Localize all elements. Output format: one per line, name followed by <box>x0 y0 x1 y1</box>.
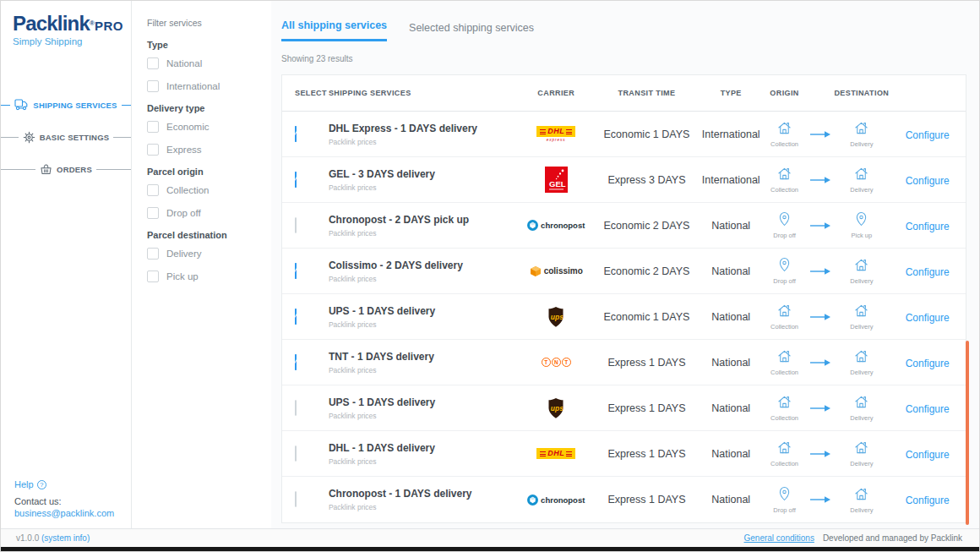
configure-link[interactable]: Configure <box>906 403 950 415</box>
sidebar-item-label: SHIPPING SERVICES <box>33 101 117 110</box>
endpoint-label: Delivery <box>850 414 873 422</box>
configure-link[interactable]: Configure <box>906 221 950 232</box>
filter-checkbox[interactable] <box>147 144 159 156</box>
row-checkbox[interactable] <box>295 445 297 462</box>
help-link[interactable]: Help ? <box>14 479 122 489</box>
service-subtitle: Packlink prices <box>329 275 518 283</box>
ups-logo: ups <box>547 306 565 328</box>
transit-time: Economic 1 DAYS <box>594 311 700 323</box>
arrow-right-icon <box>807 221 835 230</box>
configure-link[interactable]: Configure <box>906 495 950 506</box>
filter-checkbox[interactable] <box>147 184 159 196</box>
sidebar-item-orders[interactable]: ORDERS <box>1 164 131 175</box>
vertical-scrollbar-thumb[interactable] <box>966 341 969 525</box>
transit-time: Economic 2 DAYS <box>594 220 700 232</box>
filter-group-label: Type <box>147 40 263 50</box>
general-conditions-link[interactable]: General conditions <box>744 533 814 543</box>
table-row: GEL - 3 DAYS delivery Packlink prices GE… <box>282 157 966 203</box>
destination-endpoint: Delivery <box>834 303 889 331</box>
carrier-logo: GEL <box>518 167 594 193</box>
house-icon <box>853 303 869 321</box>
filter-option-express[interactable]: Express <box>147 144 263 156</box>
sidebar: Packlink®PRO Simply Shipping SHIPPING SE… <box>1 1 132 530</box>
service-subtitle: Packlink prices <box>329 320 518 329</box>
destination-endpoint: Delivery <box>834 440 889 467</box>
row-checkbox[interactable] <box>295 263 297 279</box>
carrier-logo: DHL <box>518 448 594 459</box>
tab-selected-shipping-services[interactable]: Selected shipping services <box>409 22 534 41</box>
row-checkbox[interactable] <box>295 354 297 370</box>
brand-logo: Packlink®PRO Simply Shipping <box>1 1 131 50</box>
header-transit-time: TRANSIT TIME <box>594 89 700 97</box>
table-row: Chronopost - 1 DAYS delivery Packlink pr… <box>282 477 966 522</box>
filter-option-label: International <box>166 81 220 91</box>
filter-group-label: Delivery type <box>147 103 263 113</box>
filter-option-label: National <box>166 58 202 68</box>
filter-checkbox[interactable] <box>147 248 159 260</box>
table-header: SELECT SHIPPING SERVICES CARRIER TRANSIT… <box>282 75 966 112</box>
house-icon <box>776 166 792 184</box>
arrow-right-icon <box>807 267 835 276</box>
configure-link[interactable]: Configure <box>906 358 950 369</box>
configure-link[interactable]: Configure <box>906 175 950 187</box>
endpoint-label: Delivery <box>850 506 873 514</box>
filter-checkbox[interactable] <box>147 57 159 69</box>
destination-endpoint: Pick up <box>834 211 889 239</box>
arrow-right-icon <box>807 313 835 321</box>
filter-group-label: Parcel destination <box>147 230 263 240</box>
chronopost-logo: chronopost <box>527 220 585 231</box>
row-checkbox[interactable] <box>295 491 297 507</box>
tab-all-shipping-services[interactable]: All shipping services <box>281 19 387 41</box>
header-select: SELECT <box>282 89 329 97</box>
contact-email-link[interactable]: business@packlink.com <box>14 508 122 518</box>
sidebar-item-shipping-services[interactable]: SHIPPING SERVICES <box>1 99 131 111</box>
filter-checkbox[interactable] <box>147 121 159 133</box>
filters-title: Filter services <box>147 18 263 28</box>
chronopost-logo: chronopost <box>527 495 585 506</box>
filter-checkbox[interactable] <box>147 80 159 92</box>
sidebar-item-label: BASIC SETTINGS <box>40 133 110 142</box>
row-checkbox[interactable] <box>295 172 297 188</box>
destination-endpoint: Delivery <box>834 348 889 376</box>
origin-endpoint: Drop off <box>763 211 807 239</box>
origin-endpoint: Collection <box>763 440 807 467</box>
endpoint-label: Collection <box>770 460 798 467</box>
endpoint-label: Collection <box>770 369 798 376</box>
results-count: Showing 23 results <box>281 54 979 63</box>
filter-option-international[interactable]: International <box>147 80 263 92</box>
filter-checkbox[interactable] <box>147 271 159 282</box>
house-icon <box>776 440 792 458</box>
svg-text:ups: ups <box>551 403 564 412</box>
house-icon <box>853 166 869 184</box>
configure-link[interactable]: Configure <box>906 449 950 461</box>
endpoint-label: Drop off <box>773 277 796 285</box>
brand-name: Packlink <box>13 12 90 35</box>
configure-link[interactable]: Configure <box>906 129 950 141</box>
configure-link[interactable]: Configure <box>906 266 950 278</box>
service-name: TNT - 1 DAYS delivery <box>329 351 518 363</box>
row-checkbox[interactable] <box>295 126 297 142</box>
managed-by-text: Developed and managed by Packlink <box>823 533 962 543</box>
filter-option-collection[interactable]: Collection <box>147 184 263 196</box>
sidebar-item-basic-settings[interactable]: BASIC SETTINGS <box>1 131 131 144</box>
filter-option-pick-up[interactable]: Pick up <box>147 271 263 282</box>
bottom-strip <box>1 547 979 551</box>
table-row: UPS - 1 DAYS delivery Packlink prices up… <box>282 385 966 431</box>
pin-icon <box>778 257 791 276</box>
carrier-logo: TNT <box>518 358 594 367</box>
configure-link[interactable]: Configure <box>906 312 950 324</box>
row-checkbox[interactable] <box>295 400 297 416</box>
system-info-link[interactable]: (system info) <box>41 533 90 543</box>
service-type: National <box>700 311 763 323</box>
carrier-logo: chronopost <box>518 220 594 231</box>
row-checkbox[interactable] <box>295 309 297 325</box>
service-name: Colissimo - 2 DAYS delivery <box>329 260 518 271</box>
service-type: National <box>700 357 763 369</box>
filter-option-drop-off[interactable]: Drop off <box>147 207 263 219</box>
filter-option-delivery[interactable]: Delivery <box>147 248 263 260</box>
filter-option-economic[interactable]: Economic <box>147 121 263 133</box>
row-checkbox[interactable] <box>295 217 297 233</box>
destination-endpoint: Delivery <box>834 257 889 285</box>
filter-option-national[interactable]: National <box>147 57 263 69</box>
filter-checkbox[interactable] <box>147 207 159 219</box>
